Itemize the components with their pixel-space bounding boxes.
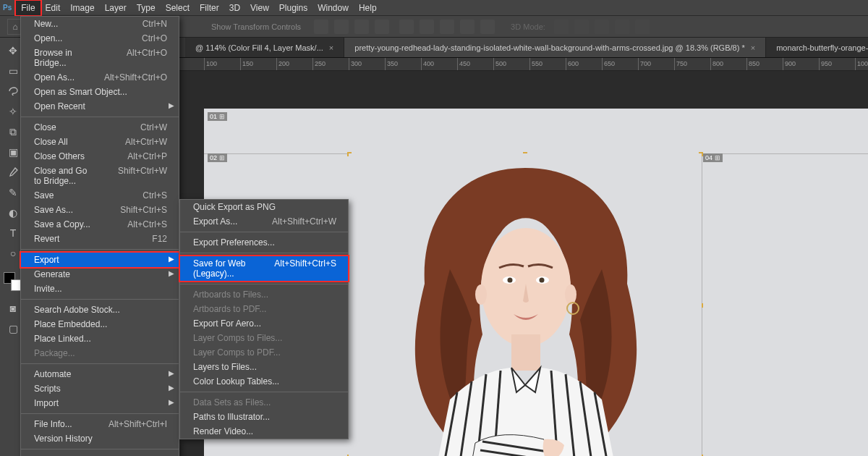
align-icon[interactable] [334, 20, 349, 34]
menu-item: Layer Comps to PDF... [180, 345, 348, 360]
menu-item[interactable]: Quick Export as PNG [180, 200, 348, 214]
menu-item-label: Export [34, 255, 59, 265]
menu-item[interactable]: Render Video... [180, 424, 348, 439]
menu-item-shortcut: Alt+Ctrl+W [125, 137, 167, 147]
menu-edit[interactable]: Edit [41, 1, 66, 15]
menu-item[interactable]: Save a Copy...Alt+Ctrl+S [21, 217, 179, 232]
dist-icon[interactable] [399, 20, 414, 34]
document-tab[interactable]: monarch-butterfly-orange-mexican-sunflow… [766, 38, 868, 57]
menu-item[interactable]: Color Lookup Tables... [180, 374, 348, 389]
menu-item-label: Close Others [34, 151, 85, 161]
menu-item[interactable]: Scripts▶ [21, 381, 179, 396]
file-menu: New...Ctrl+NOpen...Ctrl+OBrowse in Bridg… [20, 16, 179, 456]
menu-item[interactable]: Invite... [21, 282, 179, 296]
menu-item[interactable]: Automate▶ [21, 367, 179, 381]
menu-item[interactable]: Import▶ [21, 396, 179, 410]
align-icon[interactable] [314, 20, 328, 34]
menu-item[interactable]: Export As...Alt+Shift+Ctrl+W [180, 214, 348, 229]
menu-item-label: Export Preferences... [193, 237, 275, 248]
menu-3d[interactable]: 3D [224, 1, 245, 15]
menu-item-label: Export For Aero... [193, 318, 261, 329]
ruler-tick: 800 [710, 58, 723, 70]
ruler-tick: 400 [421, 58, 434, 70]
menu-item[interactable]: Generate▶ [21, 267, 179, 282]
submenu-arrow-icon: ▶ [169, 369, 174, 377]
menu-item[interactable]: Place Linked... [21, 332, 179, 346]
dist-icon[interactable] [420, 20, 434, 34]
3d-icon[interactable] [554, 20, 569, 34]
menu-item-label: Invite... [34, 284, 62, 294]
svg-point-9 [540, 278, 545, 283]
menu-item-label: Save a Copy... [34, 219, 90, 229]
menu-item-label: Layers to Files... [193, 362, 257, 372]
menu-item-label: Save [34, 190, 54, 200]
menu-select[interactable]: Select [161, 1, 195, 15]
menu-item[interactable]: Browse in Bridge...Alt+Ctrl+O [21, 46, 179, 70]
close-icon[interactable]: × [329, 43, 333, 52]
menu-item[interactable]: Search Adobe Stock... [21, 303, 179, 317]
3d-icon[interactable] [615, 20, 629, 34]
menu-item[interactable]: Open...Ctrl+O [21, 31, 179, 46]
menu-item[interactable]: CloseCtrl+W [21, 120, 179, 135]
export-submenu: Quick Export as PNGExport As...Alt+Shift… [179, 199, 349, 439]
menu-item[interactable]: Save As...Shift+Ctrl+S [21, 203, 179, 217]
menu-separator [180, 232, 348, 232]
menu-item[interactable]: Layers to Files... [180, 360, 348, 374]
menu-item-label: Open As... [34, 72, 75, 83]
menu-layer[interactable]: Layer [100, 1, 132, 15]
3d-icon[interactable] [635, 20, 650, 34]
menu-item[interactable]: Open Recent▶ [21, 99, 179, 114]
menu-item-label: Search Adobe Stock... [34, 305, 120, 315]
menu-type[interactable]: Type [132, 1, 161, 15]
menu-item[interactable]: RevertF12 [21, 232, 179, 246]
document-tab[interactable]: @ 114% (Color Fill 4, Layer Mask/...× [185, 38, 344, 57]
menu-item[interactable]: Place Embedded... [21, 317, 179, 332]
dist-icon[interactable] [460, 20, 475, 34]
menu-item[interactable]: SaveCtrl+S [21, 188, 179, 203]
menu-item[interactable]: File Info...Alt+Shift+Ctrl+I [21, 417, 179, 431]
align-icon[interactable] [354, 20, 369, 34]
dist-icon[interactable] [440, 20, 454, 34]
menu-item-shortcut: Ctrl+O [142, 33, 167, 43]
menu-item-label: Render Video... [193, 426, 253, 436]
menu-filter[interactable]: Filter [195, 1, 224, 15]
menu-item[interactable]: Open As...Alt+Shift+Ctrl+O [21, 70, 179, 85]
menu-item[interactable]: Print...Ctrl+P [21, 452, 179, 456]
submenu-arrow-icon: ▶ [169, 269, 174, 277]
menu-item-shortcut: Alt+Ctrl+O [127, 48, 167, 68]
menu-item-label: Export As... [193, 216, 237, 227]
menu-item-label: Quick Export as PNG [193, 202, 276, 212]
document-tab[interactable]: pretty-young-redhead-lady-standing-isola… [344, 38, 766, 57]
menu-item-shortcut: Alt+Shift+Ctrl+W [272, 216, 336, 227]
menu-item[interactable]: Close OthersAlt+Ctrl+P [21, 149, 179, 164]
menu-item-label: Close [34, 122, 56, 132]
menu-item[interactable]: Export▶ [21, 253, 179, 267]
menu-item[interactable]: Close and Go to Bridge...Shift+Ctrl+W [21, 164, 179, 188]
menu-item[interactable]: New...Ctrl+N [21, 17, 179, 31]
more-icon[interactable] [480, 20, 495, 34]
menu-item[interactable]: Version History [21, 431, 179, 446]
menu-file[interactable]: File [16, 1, 40, 15]
menu-image[interactable]: Image [65, 1, 99, 15]
menu-separator [21, 449, 179, 449]
menu-separator [21, 363, 179, 364]
menu-item[interactable]: Paths to Illustrator... [180, 410, 348, 424]
menu-plugins[interactable]: Plugins [274, 1, 312, 15]
menu-item-label: Browse in Bridge... [34, 48, 105, 68]
menu-help[interactable]: Help [354, 1, 382, 15]
menu-item[interactable]: Save for Web (Legacy)...Alt+Shift+Ctrl+S [180, 256, 348, 281]
menu-window[interactable]: Window [312, 1, 354, 15]
align-icon[interactable] [375, 20, 389, 34]
svg-rect-2 [511, 334, 540, 371]
3d-icon[interactable] [574, 20, 589, 34]
menu-item-label: File Info... [34, 419, 72, 429]
slice-label: 04 ⊞ [703, 153, 723, 162]
menu-item[interactable]: Export For Aero... [180, 316, 348, 331]
menu-item[interactable]: Export Preferences... [180, 235, 348, 250]
menu-view[interactable]: View [245, 1, 274, 15]
menu-item[interactable]: Open as Smart Object... [21, 85, 179, 99]
close-icon[interactable]: × [751, 43, 755, 52]
3d-icon[interactable] [595, 20, 609, 34]
menu-item[interactable]: Close AllAlt+Ctrl+W [21, 135, 179, 149]
menu-item-shortcut: Alt+Shift+Ctrl+I [109, 419, 167, 429]
